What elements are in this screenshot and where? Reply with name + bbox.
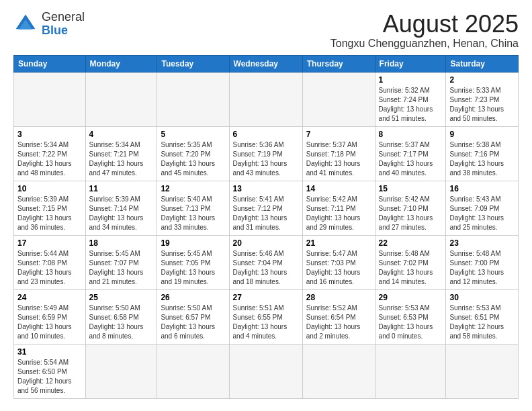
logo-text: General Blue [42,11,85,38]
day-info: Sunrise: 5:51 AM Sunset: 6:55 PM Dayligh… [233,304,299,341]
day-number: 13 [233,184,299,193]
calendar-cell [302,72,375,126]
calendar-cell: 22Sunrise: 5:48 AM Sunset: 7:02 PM Dayli… [375,235,446,289]
calendar-cell: 7Sunrise: 5:37 AM Sunset: 7:18 PM Daylig… [302,126,375,181]
day-number: 23 [449,238,515,248]
weekday-header-sunday: Sunday [14,55,86,72]
calendar-cell: 15Sunrise: 5:42 AM Sunset: 7:10 PM Dayli… [375,181,446,235]
day-info: Sunrise: 5:48 AM Sunset: 7:00 PM Dayligh… [449,249,515,287]
day-info: Sunrise: 5:45 AM Sunset: 7:07 PM Dayligh… [89,249,154,287]
day-info: Sunrise: 5:32 AM Sunset: 7:24 PM Dayligh… [379,86,443,124]
day-info: Sunrise: 5:53 AM Sunset: 6:53 PM Dayligh… [379,304,443,341]
day-info: Sunrise: 5:39 AM Sunset: 7:15 PM Dayligh… [17,195,82,232]
weekday-header-friday: Friday [375,55,446,72]
day-info: Sunrise: 5:43 AM Sunset: 7:09 PM Dayligh… [449,195,515,232]
day-number: 3 [17,130,82,139]
calendar-week-4: 24Sunrise: 5:49 AM Sunset: 6:59 PM Dayli… [14,289,519,344]
calendar-week-3: 17Sunrise: 5:44 AM Sunset: 7:08 PM Dayli… [14,235,519,289]
day-number: 26 [161,293,225,302]
day-number: 22 [379,238,443,248]
calendar-cell [446,344,519,398]
day-number: 4 [89,130,154,139]
day-number: 31 [17,347,82,357]
calendar-cell: 27Sunrise: 5:51 AM Sunset: 6:55 PM Dayli… [229,289,302,344]
calendar-cell: 17Sunrise: 5:44 AM Sunset: 7:08 PM Dayli… [14,235,86,289]
day-info: Sunrise: 5:42 AM Sunset: 7:10 PM Dayligh… [379,195,443,232]
calendar-cell [157,72,229,126]
day-info: Sunrise: 5:34 AM Sunset: 7:22 PM Dayligh… [17,140,82,178]
calendar-cell: 6Sunrise: 5:36 AM Sunset: 7:19 PM Daylig… [229,126,302,181]
title-block: August 2025 Tongxu Chengguanzhen, Henan,… [330,11,519,50]
calendar-cell [375,344,446,398]
calendar-cell [302,344,375,398]
day-number: 19 [161,238,225,248]
weekday-header-thursday: Thursday [302,55,375,72]
calendar-cell: 10Sunrise: 5:39 AM Sunset: 7:15 PM Dayli… [14,181,86,235]
day-number: 6 [233,130,299,139]
calendar-cell: 20Sunrise: 5:46 AM Sunset: 7:04 PM Dayli… [229,235,302,289]
calendar-cell: 1Sunrise: 5:32 AM Sunset: 7:24 PM Daylig… [375,72,446,126]
weekday-header-row: SundayMondayTuesdayWednesdayThursdayFrid… [14,55,519,72]
day-info: Sunrise: 5:38 AM Sunset: 7:16 PM Dayligh… [449,140,515,178]
day-number: 30 [449,293,515,302]
day-info: Sunrise: 5:34 AM Sunset: 7:21 PM Dayligh… [89,140,154,178]
calendar-cell: 14Sunrise: 5:42 AM Sunset: 7:11 PM Dayli… [302,181,375,235]
logo-blue: Blue [42,24,68,37]
calendar-week-0: 1Sunrise: 5:32 AM Sunset: 7:24 PM Daylig… [14,72,519,126]
calendar-cell: 3Sunrise: 5:34 AM Sunset: 7:22 PM Daylig… [14,126,86,181]
day-info: Sunrise: 5:48 AM Sunset: 7:02 PM Dayligh… [379,249,443,287]
day-number: 15 [379,184,443,193]
logo-general: General [42,10,85,24]
day-number: 7 [306,130,371,139]
day-number: 9 [449,130,515,139]
calendar-cell: 28Sunrise: 5:52 AM Sunset: 6:54 PM Dayli… [302,289,375,344]
generalblue-logo-icon [13,12,38,36]
day-number: 14 [306,184,371,193]
day-number: 10 [17,184,82,193]
calendar-cell: 12Sunrise: 5:40 AM Sunset: 7:13 PM Dayli… [157,181,229,235]
calendar-cell: 30Sunrise: 5:53 AM Sunset: 6:51 PM Dayli… [446,289,519,344]
day-number: 21 [306,238,371,248]
day-number: 8 [379,130,443,139]
day-info: Sunrise: 5:50 AM Sunset: 6:58 PM Dayligh… [89,304,154,341]
calendar-cell: 16Sunrise: 5:43 AM Sunset: 7:09 PM Dayli… [446,181,519,235]
day-number: 1 [379,75,443,85]
calendar-week-5: 31Sunrise: 5:54 AM Sunset: 6:50 PM Dayli… [14,344,519,398]
calendar-cell: 29Sunrise: 5:53 AM Sunset: 6:53 PM Dayli… [375,289,446,344]
day-number: 28 [306,293,371,302]
calendar-cell: 19Sunrise: 5:45 AM Sunset: 7:05 PM Dayli… [157,235,229,289]
day-number: 24 [17,293,82,302]
day-number: 2 [449,75,515,85]
header: General Blue August 2025 Tongxu Chenggua… [13,11,519,50]
day-info: Sunrise: 5:46 AM Sunset: 7:04 PM Dayligh… [233,249,299,287]
calendar-cell: 13Sunrise: 5:41 AM Sunset: 7:12 PM Dayli… [229,181,302,235]
day-info: Sunrise: 5:50 AM Sunset: 6:57 PM Dayligh… [161,304,225,341]
day-info: Sunrise: 5:49 AM Sunset: 6:59 PM Dayligh… [17,304,82,341]
day-info: Sunrise: 5:42 AM Sunset: 7:11 PM Dayligh… [306,195,371,232]
day-number: 18 [89,238,154,248]
calendar-cell: 5Sunrise: 5:35 AM Sunset: 7:20 PM Daylig… [157,126,229,181]
page: General Blue August 2025 Tongxu Chenggua… [0,0,532,406]
calendar-cell: 11Sunrise: 5:39 AM Sunset: 7:14 PM Dayli… [85,181,157,235]
calendar-cell: 24Sunrise: 5:49 AM Sunset: 6:59 PM Dayli… [14,289,86,344]
weekday-header-tuesday: Tuesday [157,55,229,72]
day-number: 29 [379,293,443,302]
calendar-week-1: 3Sunrise: 5:34 AM Sunset: 7:22 PM Daylig… [14,126,519,181]
day-info: Sunrise: 5:47 AM Sunset: 7:03 PM Dayligh… [306,249,371,287]
day-number: 20 [233,238,299,248]
calendar-cell: 18Sunrise: 5:45 AM Sunset: 7:07 PM Dayli… [85,235,157,289]
calendar-cell: 21Sunrise: 5:47 AM Sunset: 7:03 PM Dayli… [302,235,375,289]
day-info: Sunrise: 5:52 AM Sunset: 6:54 PM Dayligh… [306,304,371,341]
day-info: Sunrise: 5:36 AM Sunset: 7:19 PM Dayligh… [233,140,299,178]
day-number: 17 [17,238,82,248]
day-info: Sunrise: 5:53 AM Sunset: 6:51 PM Dayligh… [449,304,515,341]
calendar-cell: 23Sunrise: 5:48 AM Sunset: 7:00 PM Dayli… [446,235,519,289]
calendar-cell [14,72,86,126]
day-info: Sunrise: 5:44 AM Sunset: 7:08 PM Dayligh… [17,249,82,287]
day-info: Sunrise: 5:33 AM Sunset: 7:23 PM Dayligh… [449,86,515,124]
calendar-cell: 8Sunrise: 5:37 AM Sunset: 7:17 PM Daylig… [375,126,446,181]
calendar-cell [229,344,302,398]
calendar-cell [85,344,157,398]
calendar-cell: 4Sunrise: 5:34 AM Sunset: 7:21 PM Daylig… [85,126,157,181]
calendar-cell [229,72,302,126]
